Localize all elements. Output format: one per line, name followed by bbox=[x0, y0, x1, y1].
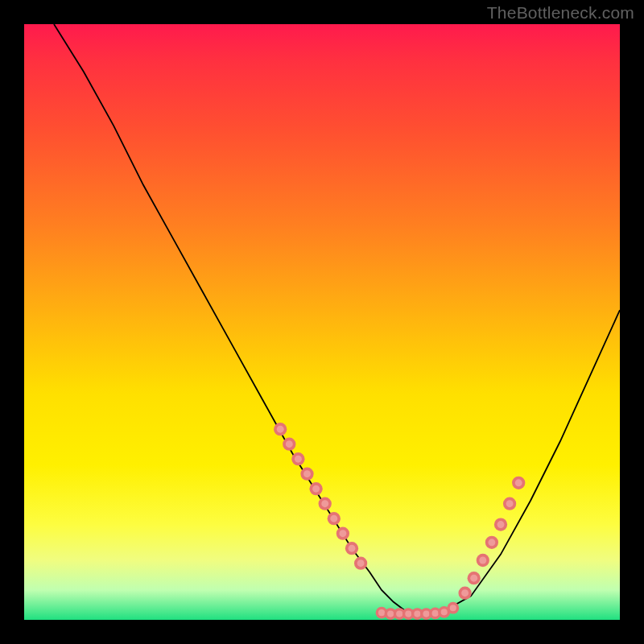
chart-root: TheBottleneck.com bbox=[0, 0, 644, 644]
plot-background bbox=[24, 24, 620, 620]
watermark-text: TheBottleneck.com bbox=[487, 3, 634, 23]
